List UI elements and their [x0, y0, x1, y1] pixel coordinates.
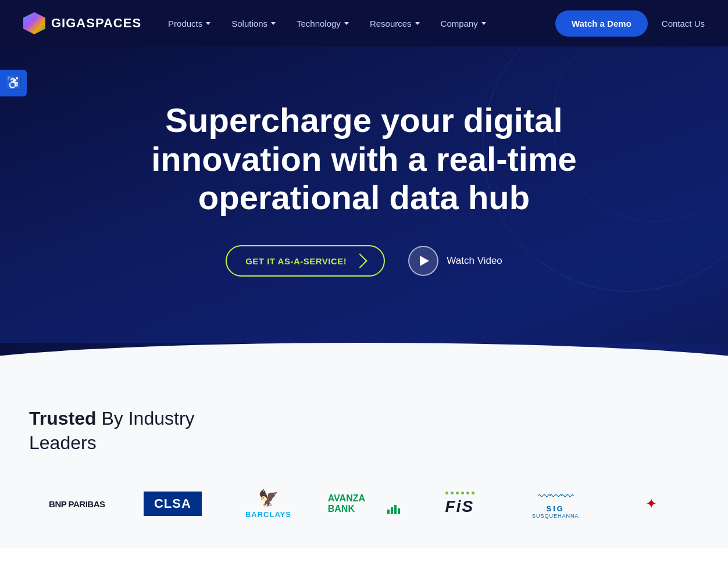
- contact-link[interactable]: Contact Us: [662, 19, 705, 28]
- fis-dots: [445, 492, 474, 494]
- chevron-down-icon: [206, 22, 210, 25]
- watch-video-label: Watch Video: [447, 255, 502, 267]
- logo-sig: 〰〰〰 SIG SUSQUEHANNA: [508, 483, 604, 525]
- nav-menu: Products Solutions Technology Resources …: [160, 14, 494, 33]
- logo-text: GIGASPACES: [51, 16, 141, 31]
- chevron-down-icon: [344, 22, 349, 25]
- clsa-logo: CLSA: [144, 492, 202, 516]
- build-heading: Build DigitalApplications At: [29, 577, 699, 581]
- watch-demo-button[interactable]: Watch a Demo: [555, 10, 648, 37]
- logo-clsa: CLSA: [125, 486, 221, 522]
- nav-item-technology[interactable]: Technology: [288, 14, 357, 33]
- play-icon: [420, 256, 429, 266]
- sig-logo: 〰〰〰 SIG SUSQUEHANNA: [532, 489, 579, 519]
- avanza-logo: AVANZA BANK: [328, 493, 401, 514]
- play-circle: [408, 246, 438, 276]
- other-logo: ✦: [645, 496, 657, 512]
- nav-item-resources[interactable]: Resources: [362, 14, 428, 33]
- arrow-right-icon: [353, 253, 367, 268]
- avanza-bars: [387, 505, 400, 514]
- accessibility-icon: ♿: [6, 76, 22, 91]
- logo-barclays: 🦅 BARCLAYS: [220, 483, 316, 525]
- nav-left: GIGASPACES Products Solutions Technology…: [23, 12, 494, 34]
- chevron-down-icon: [271, 22, 276, 25]
- sig-waves-icon: 〰〰〰: [538, 489, 573, 504]
- fis-logo: FiS: [445, 492, 474, 516]
- barclays-eagle-icon: 🦅: [258, 489, 279, 508]
- watch-video-button[interactable]: Watch Video: [408, 246, 502, 276]
- logo-fis: FiS: [412, 486, 508, 522]
- navbar: GIGASPACES Products Solutions Technology…: [0, 0, 728, 46]
- wave-divider: [0, 343, 728, 372]
- logo-bnp-paribas: BNP PARIBAS: [29, 493, 125, 515]
- nav-item-solutions[interactable]: Solutions: [223, 14, 284, 33]
- chevron-down-icon: [415, 22, 420, 25]
- logo-icon: [23, 12, 45, 34]
- accessibility-button[interactable]: ♿: [0, 70, 27, 96]
- logo[interactable]: GIGASPACES: [23, 12, 141, 34]
- nav-item-products[interactable]: Products: [160, 14, 219, 33]
- logos-row: BNP PARIBAS CLSA 🦅 BARCLAYS AVANZA BANK: [29, 483, 699, 525]
- hero-title: Supercharge your digital innovation with…: [126, 101, 602, 217]
- build-section: Build DigitalApplications At: [0, 548, 728, 581]
- nav-right: Watch a Demo Contact Us: [555, 10, 705, 37]
- logo-other: ✦: [603, 490, 699, 518]
- nav-item-company[interactable]: Company: [433, 14, 494, 33]
- trusted-heading: Trusted By IndustryLeaders: [29, 407, 699, 455]
- trusted-section: Trusted By IndustryLeaders BNP PARIBAS C…: [0, 372, 728, 548]
- get-service-button[interactable]: GET IT AS-A-SERVICE!: [226, 245, 385, 277]
- chevron-down-icon: [481, 22, 486, 25]
- hero-actions: GET IT AS-A-SERVICE! Watch Video: [226, 245, 502, 277]
- logo-avanza: AVANZA BANK: [316, 487, 412, 520]
- bnp-logo: BNP PARIBAS: [49, 499, 105, 509]
- hero-section: Supercharge your digital innovation with…: [0, 46, 728, 343]
- barclays-logo: 🦅 BARCLAYS: [245, 489, 291, 519]
